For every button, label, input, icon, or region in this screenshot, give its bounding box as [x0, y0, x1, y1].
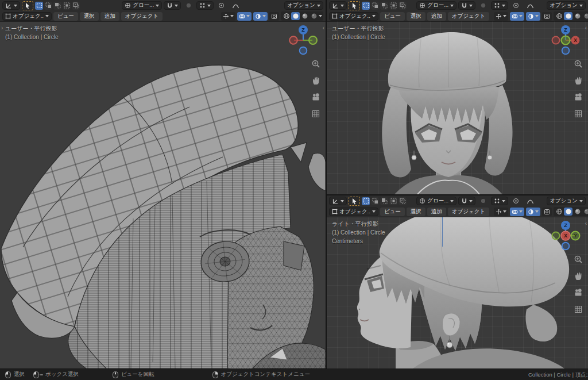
editor-type-button[interactable]: [2, 1, 20, 10]
show-overlays-button[interactable]: [237, 12, 252, 21]
shading-solid-button[interactable]: [564, 12, 572, 20]
viewport-3d-area-user[interactable]: ユーザー・平行投影 (1) Collection | Circle Z: [0, 0, 326, 369]
menu-object[interactable]: オブジェクト: [121, 12, 163, 21]
axis-y-ball[interactable]: [309, 36, 317, 44]
render-pass-button[interactable]: [269, 12, 279, 21]
pivot-point-button[interactable]: [491, 1, 508, 10]
show-gizmos-button[interactable]: [221, 12, 235, 21]
shading-material-button[interactable]: [573, 208, 582, 216]
menu-object[interactable]: オブジェクト: [448, 12, 489, 21]
toolbar-expand-arrow[interactable]: ›: [1, 25, 3, 31]
select-mode-intersect-button[interactable]: [72, 2, 80, 10]
menu-view[interactable]: ビュー: [53, 12, 78, 21]
select-mode-intersect-button[interactable]: [399, 2, 407, 10]
zoom-button[interactable]: [573, 59, 583, 69]
select-mode-extend-button[interactable]: [371, 2, 379, 10]
pan-hand-button[interactable]: [311, 75, 321, 86]
falloff-curve-button[interactable]: [229, 1, 242, 10]
axis-y-ball[interactable]: [562, 36, 570, 45]
navigation-gizmo[interactable]: Z: [287, 24, 319, 56]
shading-wireframe-button[interactable]: [282, 12, 291, 20]
axis-y-neg-ball[interactable]: [552, 232, 560, 240]
select-mode-intersect-button[interactable]: [399, 197, 407, 205]
menu-add[interactable]: 追加: [427, 12, 446, 21]
menu-select[interactable]: 選択: [80, 12, 99, 21]
shading-solid-button[interactable]: [291, 12, 300, 20]
proportional-edit-button[interactable]: [510, 1, 522, 10]
shading-material-button[interactable]: [300, 12, 309, 20]
shaded-head-front-model[interactable]: [327, 0, 588, 194]
proportional-edit-button[interactable]: [215, 1, 227, 10]
pan-hand-button[interactable]: [573, 271, 583, 281]
select-mode-new-button[interactable]: [35, 2, 43, 10]
options-button[interactable]: オプション: [547, 1, 586, 10]
axis-x-neg-ball[interactable]: [552, 37, 560, 44]
toggle-xray-button[interactable]: [526, 12, 540, 21]
transform-orientation-button[interactable]: グロー...: [416, 1, 457, 10]
menu-add[interactable]: 追加: [100, 12, 119, 21]
falloff-curve-button[interactable]: [524, 197, 537, 205]
mode-dropdown[interactable]: オブジェク..: [2, 12, 52, 21]
select-mode-new-button[interactable]: [362, 2, 370, 10]
camera-view-button[interactable]: [573, 287, 583, 298]
snap-target-button[interactable]: [477, 197, 489, 205]
menu-view[interactable]: ビュー: [380, 208, 405, 216]
sidebar-expand-arrow[interactable]: ‹: [323, 25, 324, 31]
shading-rendered-button[interactable]: [582, 12, 588, 20]
shading-material-button[interactable]: [573, 12, 582, 20]
options-button[interactable]: オプション: [547, 197, 586, 205]
toggle-ortho-grid-button[interactable]: [311, 109, 321, 119]
menu-select[interactable]: 選択: [407, 208, 425, 216]
select-mode-subtract-button[interactable]: [53, 2, 61, 10]
axis-x-neg-ball[interactable]: [289, 36, 297, 44]
pan-hand-button[interactable]: [573, 75, 583, 86]
viewport-3d-area-front[interactable]: ユーザー・平行投影 (1) Collection | Circle Z X: [327, 0, 588, 194]
wireframe-head-model[interactable]: [0, 0, 326, 369]
snap-target-button[interactable]: [477, 1, 489, 10]
snap-toggle-button[interactable]: [164, 1, 181, 10]
shading-wireframe-button[interactable]: [555, 12, 563, 20]
zoom-button[interactable]: [573, 254, 583, 264]
shading-rendered-button[interactable]: [310, 12, 318, 20]
render-pass-button[interactable]: [542, 12, 552, 21]
select-mode-extend-button[interactable]: [44, 2, 52, 10]
show-gizmos-button[interactable]: [494, 12, 508, 21]
snap-toggle-button[interactable]: [458, 197, 475, 205]
options-button[interactable]: オプション: [284, 1, 323, 10]
select-mode-extend-button[interactable]: [371, 197, 379, 205]
shaded-head-side-model[interactable]: [327, 195, 588, 369]
select-mode-invert-button[interactable]: [63, 2, 71, 10]
sidebar-expand-arrow[interactable]: ‹: [585, 25, 587, 31]
sidebar-expand-arrow[interactable]: ‹: [585, 221, 587, 227]
falloff-curve-button[interactable]: [524, 1, 537, 10]
menu-view[interactable]: ビュー: [380, 12, 405, 21]
transform-orientation-button[interactable]: グロー...: [122, 1, 162, 10]
toggle-xray-button[interactable]: [526, 208, 540, 216]
shading-wireframe-button[interactable]: [555, 208, 563, 216]
show-gizmos-button[interactable]: [494, 208, 508, 216]
active-tool-tweak-button[interactable]: [22, 1, 33, 10]
select-mode-subtract-button[interactable]: [380, 197, 388, 205]
active-tool-tweak-button[interactable]: [349, 1, 360, 10]
menu-add[interactable]: 追加: [427, 208, 446, 216]
viewport-3d-area-right[interactable]: ライト・平行投影 (1) Collection | Circle Centime…: [327, 195, 588, 369]
menu-object[interactable]: オブジェクト: [448, 208, 489, 216]
show-overlays-button[interactable]: [510, 12, 524, 21]
toggle-ortho-grid-button[interactable]: [573, 304, 583, 314]
active-tool-tweak-button[interactable]: [349, 197, 360, 206]
shading-rendered-button[interactable]: [582, 208, 588, 216]
mode-dropdown[interactable]: オブジェク..: [329, 208, 378, 216]
mode-dropdown[interactable]: オブジェク..: [329, 12, 378, 21]
toggle-xray-button[interactable]: [253, 12, 268, 21]
navigation-gizmo[interactable]: Z X Y: [550, 220, 582, 252]
zoom-button[interactable]: [311, 59, 321, 69]
axis-z-neg-ball[interactable]: [562, 243, 570, 250]
camera-view-button[interactable]: [311, 92, 321, 102]
axis-z-neg-ball[interactable]: [300, 47, 307, 55]
snap-target-button[interactable]: [183, 1, 195, 10]
menu-select[interactable]: 選択: [407, 12, 425, 21]
show-overlays-button[interactable]: [510, 208, 524, 216]
proportional-edit-button[interactable]: [510, 197, 522, 205]
pivot-point-button[interactable]: [491, 197, 508, 205]
navigation-gizmo[interactable]: Z X: [550, 24, 582, 56]
